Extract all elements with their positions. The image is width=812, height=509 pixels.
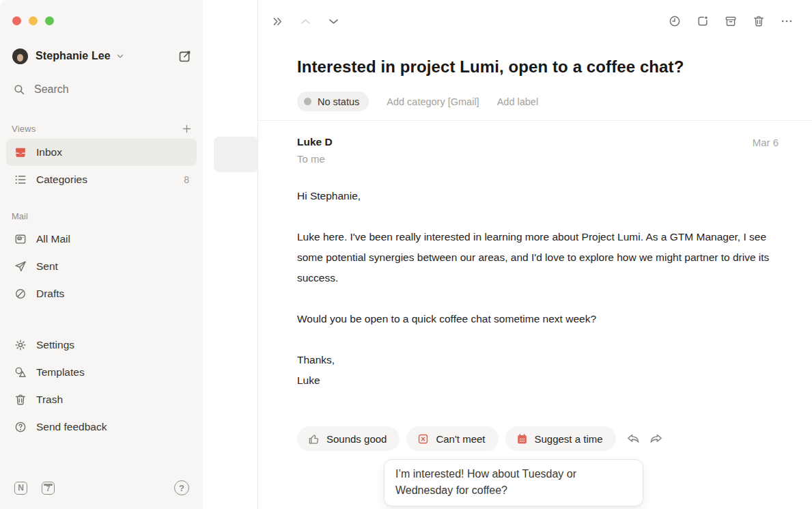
snooze-clock-icon[interactable]	[668, 14, 682, 28]
sidebar-item-label: Send feedback	[36, 421, 107, 433]
quick-reply-sounds-good[interactable]: Sounds good	[297, 426, 400, 451]
email-paragraph: Thanks, Luke	[297, 350, 779, 391]
views-section-header: Views	[12, 121, 192, 136]
sidebar-gap	[0, 307, 203, 331]
header-divider	[258, 120, 812, 121]
gear-icon	[14, 338, 27, 352]
categories-icon	[14, 173, 27, 187]
minimize-window-button[interactable]	[29, 16, 38, 25]
calendar-icon	[516, 432, 529, 445]
sidebar-flex-spacer	[0, 441, 203, 479]
sidebar-item-label: Settings	[36, 339, 74, 351]
sidebar-item-templates[interactable]: Templates	[6, 359, 197, 386]
account-switcher[interactable]: Stephanie Lee	[12, 46, 192, 66]
quick-reply-row: Sounds good Can't meet Suggest a time	[297, 426, 664, 451]
sidebar-item-trash[interactable]: Trash	[6, 386, 197, 413]
search-icon	[13, 83, 26, 96]
templates-icon	[14, 366, 27, 379]
drafts-icon	[14, 287, 27, 301]
email-date: Mar 6	[753, 137, 779, 148]
app-window: Stephanie Lee Search Views Inbox	[0, 0, 812, 509]
sidebar-item-inbox[interactable]: Inbox	[6, 139, 197, 166]
thumbs-up-icon	[307, 432, 320, 445]
email-paragraph: Luke here. I've been really interested i…	[297, 227, 779, 288]
list-item-peek[interactable]	[214, 137, 259, 172]
sidebar-item-label: All Mail	[36, 233, 70, 245]
add-view-icon[interactable]	[182, 124, 192, 134]
notion-app-icon[interactable]: N	[14, 482, 27, 495]
trash-icon	[14, 393, 27, 407]
calendar-app-icon[interactable]: 7	[42, 482, 55, 495]
sidebar-item-all-mail[interactable]: All Mail	[6, 225, 197, 253]
email-subject: Interested in project Lumi, open to a co…	[297, 57, 775, 77]
sidebar-item-label: Categories	[36, 174, 87, 186]
quick-reply-label: Suggest a time	[535, 433, 603, 445]
quick-reply-label: Can't meet	[436, 433, 485, 445]
sidebar-item-sent[interactable]: Sent	[6, 253, 197, 280]
search-label: Search	[34, 83, 69, 96]
email-meta-chips: No status Add category [Gmail] Add label	[297, 92, 538, 111]
email-header: Luke D To me Mar 6	[297, 136, 779, 165]
search-button[interactable]: Search	[13, 80, 192, 99]
sidebar-item-categories[interactable]: Categories 8	[6, 166, 197, 193]
previous-email-icon[interactable]	[299, 15, 312, 28]
feedback-question-icon	[14, 420, 27, 434]
trash-icon[interactable]	[752, 14, 766, 28]
quick-reply-label: Sounds good	[326, 433, 387, 445]
archive-icon[interactable]	[724, 14, 738, 28]
help-icon[interactable]: ?	[174, 480, 189, 495]
sidebar-item-settings[interactable]: Settings	[6, 331, 197, 359]
quick-reply-suggest-time[interactable]: Suggest a time	[505, 426, 616, 451]
email-body: Hi Stephanie, Luke here. I've been reall…	[297, 186, 779, 411]
sidebar-item-label: Drafts	[36, 288, 64, 300]
draft-suggestion-text: I’m interested! How about Tuesday or Wed…	[395, 468, 576, 496]
toolbar-actions	[668, 14, 794, 28]
calendar-day: 7	[46, 485, 51, 493]
sidebar-item-label: Trash	[36, 394, 63, 406]
add-label-button[interactable]: Add label	[497, 96, 538, 107]
email-paragraph: Hi Stephanie,	[297, 186, 779, 206]
add-category-button[interactable]: Add category [Gmail]	[387, 96, 479, 107]
sidebar-item-label: Inbox	[36, 146, 62, 159]
views-section-label: Views	[12, 124, 36, 134]
reply-icon[interactable]	[626, 431, 641, 447]
close-window-button[interactable]	[12, 16, 21, 25]
quick-reply-cant-meet[interactable]: Can't meet	[406, 426, 498, 451]
more-options-icon[interactable]	[780, 14, 794, 28]
mark-unread-icon[interactable]	[696, 14, 710, 28]
sidebar-item-label: Templates	[36, 366, 85, 379]
help-glyph: ?	[179, 483, 184, 493]
forward-icon[interactable]	[648, 431, 664, 447]
draft-suggestion-bubble[interactable]: I’m interested! How about Tuesday or Wed…	[384, 459, 643, 506]
email-paragraph: Would you be open to a quick coffee chat…	[297, 309, 779, 329]
list-column-collapsed	[203, 0, 258, 509]
status-chip-label: No status	[318, 96, 359, 107]
collapse-panel-icon[interactable]	[271, 15, 284, 28]
categories-count-badge: 8	[184, 174, 189, 185]
email-sender[interactable]: Luke D	[297, 136, 779, 148]
account-name: Stephanie Lee	[36, 50, 111, 62]
reply-forward-group	[626, 431, 664, 447]
reading-pane: Interested in project Lumi, open to a co…	[258, 0, 812, 509]
email-recipient[interactable]: To me	[297, 153, 779, 165]
sent-icon	[14, 260, 27, 273]
zoom-window-button[interactable]	[45, 16, 54, 25]
next-email-icon[interactable]	[327, 15, 340, 28]
compose-icon[interactable]	[178, 49, 192, 64]
sidebar-bottom-bar: N 7 ?	[14, 479, 189, 497]
all-mail-icon	[14, 232, 27, 246]
window-controls	[0, 0, 203, 25]
avatar	[12, 49, 28, 64]
sidebar-item-label: Sent	[36, 260, 58, 273]
inbox-icon	[14, 146, 27, 159]
sidebar-item-send-feedback[interactable]: Send feedback	[6, 413, 197, 441]
chevron-down-icon	[116, 52, 124, 60]
sidebar-item-drafts[interactable]: Drafts	[6, 280, 197, 307]
status-chip[interactable]: No status	[297, 92, 369, 111]
mail-section-label: Mail	[12, 211, 192, 221]
sidebar: Stephanie Lee Search Views Inbox	[0, 0, 203, 509]
status-dot-icon	[304, 98, 311, 105]
reading-toolbar	[258, 0, 812, 42]
x-square-icon	[417, 432, 430, 445]
notion-glyph: N	[18, 483, 24, 493]
